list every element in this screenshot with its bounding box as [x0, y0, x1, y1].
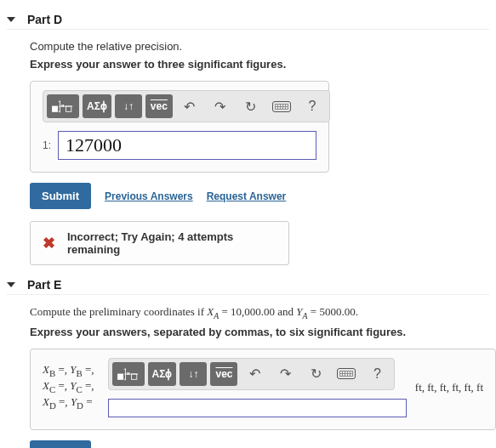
labels-row-d: XD =, YD =: [43, 395, 94, 411]
answer-input[interactable]: [108, 399, 407, 417]
units-text: ft, ft, ft, ft, ft, ft: [407, 381, 483, 394]
svg-text:n: n: [126, 369, 129, 375]
vec-button[interactable]: vec: [145, 94, 173, 118]
vec-button[interactable]: vec: [210, 362, 237, 386]
inst-prefix: Compute the preliminary coordinates if: [30, 305, 207, 318]
part-d-title: Part D: [27, 13, 62, 26]
redo-button[interactable]: ↷: [207, 94, 234, 118]
reset-button[interactable]: ↻: [302, 362, 329, 386]
part-d-header[interactable]: Part D: [7, 10, 489, 30]
greek-button[interactable]: ΑΣϕ: [148, 362, 177, 386]
svg-text:n: n: [61, 102, 65, 108]
part-d-format: Express your answer to three significant…: [30, 58, 489, 71]
part-e-title: Part E: [27, 278, 61, 292]
xa-val: = 10,000.00: [219, 305, 275, 318]
templates-button[interactable]: n: [47, 94, 79, 118]
keyboard-button[interactable]: [268, 94, 295, 118]
submit-button[interactable]: Submit: [30, 183, 91, 209]
part-e-answer-box: XB =, YB =, XC =, YC =, XD =, YD = n: [30, 349, 496, 430]
svg-rect-0: [52, 106, 57, 111]
templates-button[interactable]: n: [112, 362, 145, 386]
part-e-format: Express your answers, separated by comma…: [30, 326, 489, 338]
and-text: and: [275, 305, 296, 318]
svg-rect-6: [131, 374, 136, 379]
caret-down-icon: [7, 282, 15, 287]
toolbar: n ΑΣϕ ↓↑ vec ↶ ↷ ↻ ?: [108, 358, 396, 390]
request-answer-link[interactable]: Request Answer: [207, 190, 287, 202]
labels-row-c: XC =, YC =,: [43, 379, 94, 395]
svg-rect-4: [117, 374, 123, 379]
input-row: 1:: [43, 131, 316, 160]
part-e-body: Compute the preliminary coordinates if X…: [7, 295, 489, 448]
part-d-actions: Submit Previous Answers Request Answer: [30, 183, 489, 209]
part-d: Part D Compute the relative precision. E…: [7, 10, 489, 265]
feedback-box: ✖ Incorrect; Try Again; 4 attempts remai…: [30, 221, 289, 265]
redo-button[interactable]: ↷: [271, 362, 299, 386]
templates-icon: n: [51, 98, 75, 115]
coord-labels: XB =, YB =, XC =, YC =, XD =, YD =: [43, 363, 108, 411]
help-button[interactable]: ?: [299, 94, 326, 118]
svg-rect-2: [66, 106, 71, 111]
toolbar: n ΑΣϕ ↓↑ vec ↶ ↷ ↻ ?: [43, 90, 330, 122]
answer-input[interactable]: [58, 131, 316, 160]
ya-val: = 5000.00: [308, 305, 356, 318]
greek-button[interactable]: ΑΣϕ: [83, 94, 111, 118]
mid-column: n ΑΣϕ ↓↑ vec ↶ ↷ ↻ ?: [108, 358, 407, 417]
period: .: [356, 305, 358, 318]
caret-down-icon: [7, 17, 15, 22]
reset-button[interactable]: ↻: [237, 94, 265, 118]
keyboard-icon: [337, 368, 356, 379]
subsup-button[interactable]: ↓↑: [180, 362, 207, 386]
feedback-text: Incorrect; Try Again; 4 attempts remaini…: [67, 230, 277, 256]
part-e-header[interactable]: Part E: [7, 275, 489, 295]
part-e-actions: Submit Request Answer: [30, 440, 489, 448]
keyboard-icon: [272, 101, 291, 112]
ya-sym: Y: [296, 305, 302, 318]
help-button[interactable]: ?: [363, 362, 391, 386]
part-d-answer-box: n ΑΣϕ ↓↑ vec ↶ ↷ ↻ ? 1:: [30, 81, 329, 173]
input-index: 1:: [43, 139, 51, 151]
part-e-instruction: Compute the preliminary coordinates if X…: [30, 305, 489, 320]
previous-answers-link[interactable]: Previous Answers: [105, 190, 193, 202]
undo-button[interactable]: ↶: [241, 362, 268, 386]
submit-button[interactable]: Submit: [30, 440, 91, 448]
part-d-body: Compute the relative precision. Express …: [7, 30, 489, 265]
keyboard-button[interactable]: [333, 362, 360, 386]
labels-row-b: XB =, YB =,: [43, 363, 94, 379]
part-e: Part E Compute the preliminary coordinat…: [7, 275, 489, 448]
templates-icon: n: [117, 366, 140, 383]
part-d-instruction: Compute the relative precision.: [30, 40, 489, 53]
incorrect-icon: ✖: [43, 234, 55, 252]
undo-button[interactable]: ↶: [176, 94, 203, 118]
subsup-button[interactable]: ↓↑: [115, 94, 142, 118]
